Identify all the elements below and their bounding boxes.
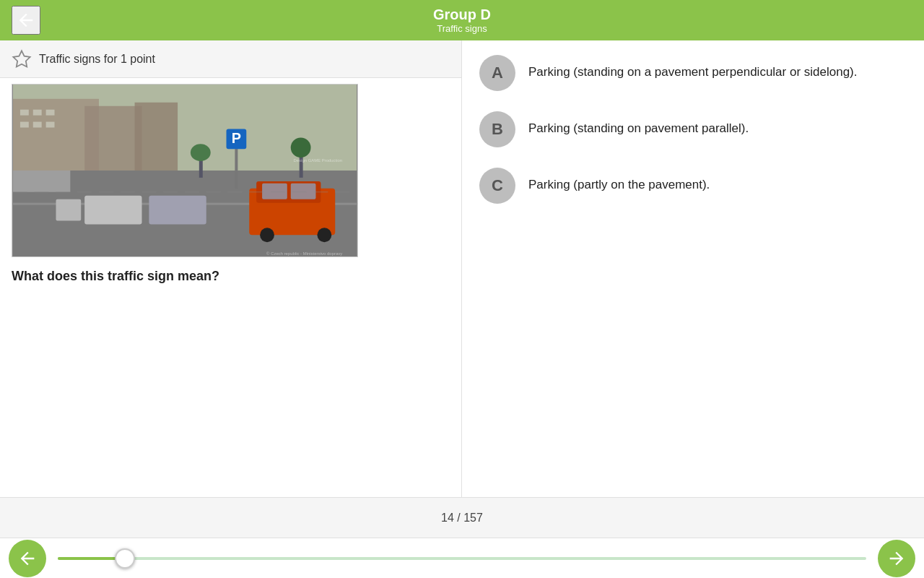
- svg-point-29: [291, 137, 311, 158]
- slider-bar: [0, 538, 924, 578]
- svg-rect-6: [33, 110, 42, 116]
- header-subtitle: Traffic signs: [433, 23, 491, 35]
- image-area: P: [0, 78, 461, 497]
- question-image: P: [12, 84, 358, 257]
- svg-rect-5: [20, 110, 29, 116]
- next-button[interactable]: [878, 540, 915, 577]
- answer-text-c: Parking (partly on the pavement).: [528, 168, 710, 194]
- answer-text-a: Parking (standing on a pavement perpendi…: [528, 55, 858, 81]
- prev-icon: [17, 548, 38, 569]
- answer-option-c[interactable]: C Parking (partly on the pavement).: [479, 168, 907, 204]
- slider-track[interactable]: [58, 557, 866, 560]
- main-content: Traffic signs for 1 point: [0, 40, 924, 497]
- svg-text:© Czech republic - Ministerstv: © Czech republic - Ministerstvo dopravy: [266, 251, 342, 256]
- star-icon[interactable]: [12, 49, 32, 69]
- road-scene-svg: P: [12, 85, 357, 256]
- svg-rect-3: [84, 106, 141, 178]
- svg-point-22: [317, 228, 331, 242]
- question-text: What does this traffic sign mean?: [12, 269, 450, 284]
- svg-point-27: [191, 144, 211, 161]
- svg-rect-14: [235, 145, 237, 189]
- svg-rect-9: [33, 122, 42, 128]
- left-panel: Traffic signs for 1 point: [0, 40, 462, 497]
- progress-bar: 14 / 157: [0, 497, 924, 538]
- back-icon: [16, 10, 36, 30]
- svg-rect-10: [46, 122, 55, 128]
- back-button[interactable]: [12, 6, 40, 35]
- svg-rect-19: [262, 184, 287, 199]
- svg-rect-4: [135, 103, 178, 178]
- fav-text: Traffic signs for 1 point: [39, 53, 155, 66]
- progress-label: 14 / 157: [441, 512, 483, 525]
- svg-rect-20: [291, 184, 316, 199]
- svg-rect-7: [46, 110, 55, 116]
- fav-bar: Traffic signs for 1 point: [0, 40, 461, 78]
- answer-circle-c: C: [479, 168, 515, 204]
- svg-rect-8: [20, 122, 29, 128]
- right-panel: A Parking (standing on a pavement perpen…: [462, 40, 924, 497]
- answer-circle-a: A: [479, 55, 515, 91]
- slider-thumb[interactable]: [115, 548, 135, 569]
- svg-point-21: [260, 228, 274, 242]
- header-title: Group D: [433, 6, 491, 23]
- next-icon: [886, 548, 907, 569]
- answer-option-b[interactable]: B Parking (standing on pavement parallel…: [479, 111, 907, 147]
- answer-option-a[interactable]: A Parking (standing on a pavement perpen…: [479, 55, 907, 91]
- answer-circle-b: B: [479, 111, 515, 147]
- header-title-block: Group D Traffic signs: [433, 6, 491, 35]
- svg-text:Design GAME Production: Design GAME Production: [294, 158, 343, 163]
- svg-rect-24: [149, 196, 206, 225]
- svg-rect-23: [84, 196, 141, 225]
- app-header: Group D Traffic signs: [0, 0, 924, 40]
- prev-button[interactable]: [9, 540, 46, 577]
- svg-marker-0: [13, 51, 30, 66]
- svg-rect-13: [13, 171, 70, 192]
- answer-text-b: Parking (standing on pavement parallel).: [528, 111, 749, 137]
- svg-text:P: P: [232, 130, 241, 146]
- svg-rect-25: [56, 199, 82, 221]
